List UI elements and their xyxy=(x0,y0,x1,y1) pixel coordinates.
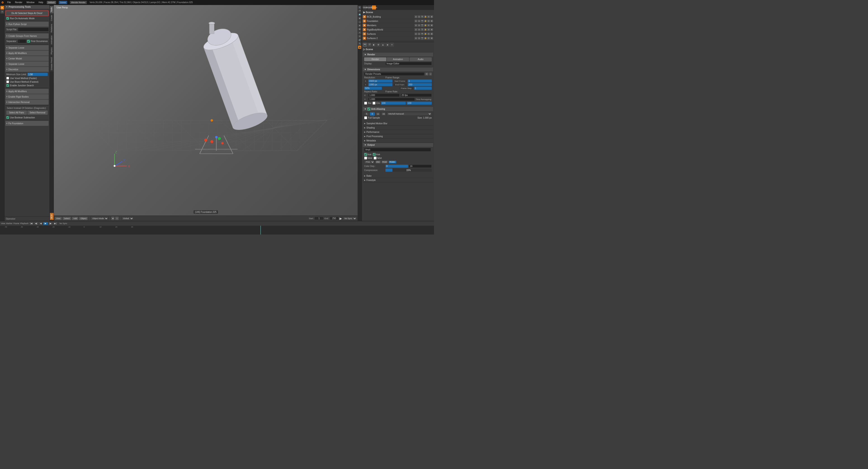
layer-arrow-icon-f[interactable]: ▶ xyxy=(430,20,433,22)
timeline-marker-btn[interactable]: Marker xyxy=(6,222,12,225)
time-old-value[interactable]: 100 xyxy=(381,102,406,105)
camera-icon-btn[interactable]: 📷 xyxy=(363,43,367,47)
shading-icon-btn[interactable]: ◐ xyxy=(372,43,376,47)
icon-bar-mesh[interactable]: ▦ xyxy=(0,6,4,9)
icon-bar-cursor[interactable]: ⊕ xyxy=(0,10,4,13)
render-presets-value[interactable]: Render Presets xyxy=(364,72,424,76)
layer-lock-icon[interactable]: 🔒 xyxy=(424,15,427,18)
aa-val-5[interactable]: 5 xyxy=(364,112,369,116)
first-occurrence-checkbox[interactable] xyxy=(27,40,30,43)
layer-arrow-icon[interactable]: ▶ xyxy=(430,15,433,18)
menu-file[interactable]: File xyxy=(6,1,12,4)
performance-section[interactable]: ▶ Performance xyxy=(363,130,433,134)
animation-btn[interactable]: Animation xyxy=(387,57,409,61)
do-all-button[interactable]: Do All Selected Steps At Once! xyxy=(5,10,49,16)
viewport-wire-btn[interactable]: ○ xyxy=(115,216,119,220)
viewport-canvas[interactable]: User Persp xyxy=(54,5,358,215)
layer-vis-icon-2[interactable]: ▼ xyxy=(418,15,421,18)
ri-object-icon[interactable]: ▣ xyxy=(358,17,361,20)
select-btn[interactable]: Select xyxy=(63,217,71,220)
performance-icon-btn[interactable]: ▲ xyxy=(381,43,385,47)
ri-modifier-icon[interactable]: 🔧 xyxy=(358,42,361,45)
step-back-btn[interactable]: ◀| xyxy=(34,222,38,225)
aa-val-8[interactable]: 8 xyxy=(370,112,375,116)
jump-end-btn[interactable]: ▶| xyxy=(53,222,57,225)
select-removal-button[interactable]: Select Removal xyxy=(27,110,48,115)
enable-junction-checkbox[interactable] xyxy=(6,84,9,87)
apply-all-modifiers-btn-2[interactable]: Apply All Modifiers xyxy=(5,89,49,94)
ri-scene-icon[interactable]: 🎬 xyxy=(358,46,361,49)
layer-eye-s2[interactable]: 👁 xyxy=(427,37,430,39)
layer-vis-rbw[interactable]: ▼ xyxy=(414,28,417,31)
scene-name[interactable]: Scene xyxy=(59,1,67,4)
layer-eye-s[interactable]: 👁 xyxy=(427,33,430,35)
ri-constraint-icon[interactable]: 🔗 xyxy=(358,38,361,41)
fix-foundation-button[interactable]: Fix Foundation xyxy=(5,121,49,126)
layer-arrow-rbw[interactable]: ▶ xyxy=(430,28,433,31)
color-depth-value[interactable]: 8 xyxy=(385,165,408,168)
workspace-mode[interactable]: Default xyxy=(47,1,56,4)
run-python-button[interactable]: Run Python Script xyxy=(5,22,49,27)
output-section-header[interactable]: ▼ Output xyxy=(363,143,433,147)
menu-help[interactable]: Help xyxy=(38,1,44,4)
layer-render-rbw[interactable]: 📷 xyxy=(421,28,424,31)
use-boolean-checkbox[interactable] xyxy=(6,116,9,119)
presets-remove-btn[interactable]: - xyxy=(429,72,432,75)
center-model-button[interactable]: Center Model xyxy=(5,56,49,61)
aa-filter-select[interactable]: Mitchell-Netravali xyxy=(387,112,432,116)
ri-mesh-icon[interactable]: △ xyxy=(358,20,361,24)
layer-render-icon-f[interactable]: 📷 xyxy=(421,20,424,22)
step-forward-btn[interactable]: |▶ xyxy=(49,222,53,225)
aa-checkbox[interactable] xyxy=(367,107,370,110)
vtab-relations[interactable]: Relations xyxy=(50,23,54,34)
auto-mode-checkbox[interactable] xyxy=(6,17,9,20)
add-btn[interactable]: Add xyxy=(72,217,78,220)
layer-render-icon[interactable]: 📷 xyxy=(421,15,424,18)
layer-vis-s[interactable]: ▼ xyxy=(414,33,417,35)
separator-input[interactable] xyxy=(18,39,26,43)
start-frame-input[interactable] xyxy=(314,216,323,220)
layer-render-s[interactable]: 📷 xyxy=(421,33,424,35)
cache-result-checkbox[interactable] xyxy=(374,157,377,160)
menu-window[interactable]: Window xyxy=(26,1,35,4)
layer-eye-icon[interactable]: 👁 xyxy=(427,15,430,18)
layer-vis-rbw2[interactable]: ▼ xyxy=(418,28,421,31)
layer-lock-s[interactable]: 🔒 xyxy=(424,33,427,35)
menu-render[interactable]: Render xyxy=(14,1,23,4)
layer-vis-m[interactable]: ▼ xyxy=(414,24,417,27)
viewport-shading-btn[interactable]: ● xyxy=(111,216,114,220)
render-section-header[interactable]: ▼ Render xyxy=(363,53,433,57)
layer-arrow-s2[interactable]: ▶ xyxy=(430,37,433,39)
aa-section-header[interactable]: ▼ Anti-Aliasing xyxy=(363,107,433,111)
pivot-select[interactable]: Global xyxy=(122,216,133,220)
ri-texture-icon[interactable]: ▦ xyxy=(358,28,361,31)
apply-all-modifiers-btn-1[interactable]: Apply All Modifiers xyxy=(5,51,49,56)
freestyle-section[interactable]: ▶ Freestyle xyxy=(363,178,433,182)
create-groups-button[interactable]: Create Groups From Names xyxy=(5,33,49,38)
format-select[interactable]: PNG xyxy=(364,160,375,164)
aspect-y-value[interactable]: 1.000 xyxy=(368,98,415,101)
ri-render-icon[interactable]: 🎬 xyxy=(358,9,361,13)
timeline-frame-btn[interactable]: Frame xyxy=(13,222,19,225)
frame-step-value[interactable]: 1 xyxy=(414,87,432,90)
view-btn[interactable]: View xyxy=(55,217,62,220)
vtab-bcb[interactable]: BCB xyxy=(50,213,54,220)
motion-blur-section[interactable]: ▶ Sampled Motion Blur xyxy=(363,122,433,126)
color-depth-value2[interactable]: 16 xyxy=(409,164,432,168)
layer-eye-rbw[interactable]: 👁 xyxy=(427,28,430,31)
right-tab-groups[interactable]: Groups xyxy=(372,5,376,9)
layer-render-m[interactable]: 📷 xyxy=(421,24,424,27)
bw-btn[interactable]: BW xyxy=(375,161,381,163)
ri-world-icon[interactable]: 🌍 xyxy=(358,13,361,16)
placeholders-checkbox[interactable] xyxy=(364,157,367,160)
vtab-grease-pencil[interactable]: Grease Pencil xyxy=(50,56,54,72)
layer-vis-s2a[interactable]: ▼ xyxy=(414,37,417,39)
timeline-view-btn[interactable]: View xyxy=(1,222,5,225)
discretize-button[interactable]: Discretize xyxy=(5,67,49,72)
render-btn[interactable]: Render xyxy=(364,57,386,61)
ri-material-icon[interactable]: ◉ xyxy=(358,24,361,27)
timeline-canvas[interactable]: -50 -40 -30 -20 -10 0 10 20 30 xyxy=(0,226,434,234)
post-processing-section[interactable]: ▶ Post Processing xyxy=(363,134,433,138)
layer-lock-m[interactable]: 🔒 xyxy=(424,24,427,27)
world-icon-btn[interactable]: ⚙ xyxy=(376,43,380,47)
